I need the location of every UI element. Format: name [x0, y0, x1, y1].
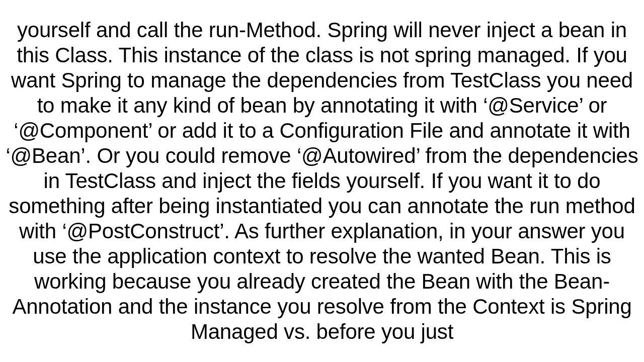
content-wrapper: yourself and call the run-Method. Spring…: [0, 0, 644, 362]
body-text: yourself and call the run-Method. Spring…: [0, 18, 644, 344]
